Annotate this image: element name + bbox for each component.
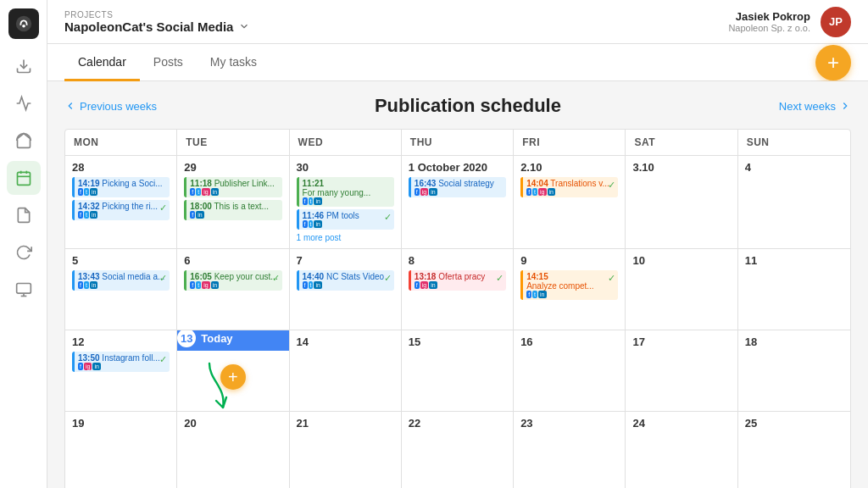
ig-icon: ig bbox=[420, 281, 428, 289]
day-header-sat: SAT bbox=[626, 130, 737, 155]
cell-8[interactable]: 8 13:18 Oferta pracy f ig in ✓ bbox=[402, 249, 514, 330]
post-item[interactable]: 14:40 NC Stats Video f t in ✓ bbox=[297, 270, 394, 291]
cell-1oct[interactable]: 1 October 2020 16:43 Social strategy f i… bbox=[402, 156, 514, 248]
svg-point-1 bbox=[22, 25, 25, 28]
fb-icon: f bbox=[526, 291, 531, 298]
cell-14[interactable]: 14 bbox=[290, 330, 402, 411]
calendar-grid: MON TUE WED THU FRI SAT SUN 28 14:19 Pic… bbox=[64, 129, 851, 488]
day-header-wed: WED bbox=[290, 130, 402, 155]
tw-icon: t bbox=[309, 220, 314, 228]
project-name-text: NapoleonCat's Social Media bbox=[64, 19, 233, 34]
post-item[interactable]: 13:43 Social media a... f t in ✓ bbox=[72, 270, 170, 291]
cell-6[interactable]: 6 16:05 Keep your cust... f t ig in ✓ bbox=[177, 249, 289, 330]
day-header-fri: FRI bbox=[514, 130, 626, 155]
cell-9[interactable]: 9 14:15 Analyze compet... f t in ✓ bbox=[514, 249, 626, 330]
project-name-dropdown[interactable]: NapoleonCat's Social Media bbox=[64, 19, 250, 34]
cell-2oct[interactable]: 2.10 14:04 Translations v... f t ig in ✓ bbox=[514, 156, 626, 248]
fb-icon: f bbox=[303, 197, 308, 205]
cell-16[interactable]: 16 bbox=[514, 330, 626, 411]
cell-24[interactable]: 24 bbox=[626, 412, 737, 488]
sidebar-item-monitor[interactable] bbox=[7, 273, 41, 307]
cell-3oct[interactable]: 3.10 bbox=[626, 156, 737, 248]
cell-10[interactable]: 10 bbox=[626, 249, 737, 330]
sidebar-item-analytics[interactable] bbox=[7, 86, 41, 120]
cell-4[interactable]: 4 bbox=[738, 156, 850, 248]
cell-7[interactable]: 7 14:40 NC Stats Video f t in ✓ bbox=[290, 249, 402, 330]
cell-18[interactable]: 18 bbox=[738, 330, 850, 411]
cell-25[interactable]: 25 bbox=[738, 412, 850, 488]
fb-icon: f bbox=[415, 281, 420, 289]
fb-icon: f bbox=[415, 188, 420, 196]
calendar-row-3: 12 13:50 Instagram foll... f ig in ✓ bbox=[65, 330, 850, 412]
post-item[interactable]: 14:19 Picking a Soci... f t in bbox=[72, 177, 170, 197]
check-mark: ✓ bbox=[159, 202, 167, 214]
sidebar-item-download[interactable] bbox=[7, 49, 41, 83]
check-mark: ✓ bbox=[384, 273, 392, 284]
li-icon: in bbox=[90, 188, 97, 196]
post-item[interactable]: 13:50 Instagram foll... f ig in ✓ bbox=[72, 352, 170, 372]
header: PROJECTS NapoleonCat's Social Media Jasi… bbox=[47, 0, 868, 44]
post-item[interactable]: 11:18 Publisher Link... f t ig in bbox=[184, 177, 281, 197]
date-11: 11 bbox=[745, 254, 843, 267]
cell-19[interactable]: 19 bbox=[65, 412, 177, 488]
tabs-left: Calendar Posts My tasks bbox=[64, 45, 270, 80]
cell-11[interactable]: 11 bbox=[738, 249, 850, 330]
cell-30[interactable]: 30 11:21 For many young... f t in bbox=[290, 156, 402, 248]
app-logo[interactable] bbox=[8, 8, 39, 39]
avatar[interactable]: JP bbox=[821, 7, 851, 37]
date-10: 10 bbox=[632, 254, 730, 267]
cell-20[interactable]: 20 bbox=[177, 412, 289, 488]
tab-posts[interactable]: Posts bbox=[140, 45, 197, 81]
post-item[interactable]: 16:43 Social strategy f ig in bbox=[409, 177, 506, 197]
sidebar bbox=[0, 0, 47, 488]
date-28: 28 bbox=[72, 161, 170, 174]
post-item[interactable]: 11:21 For many young... f t in bbox=[297, 177, 394, 207]
ig-icon: ig bbox=[420, 188, 428, 196]
cell-28[interactable]: 28 14:19 Picking a Soci... f t in bbox=[65, 156, 177, 248]
sidebar-item-refresh[interactable] bbox=[7, 236, 41, 269]
date-12: 12 bbox=[72, 336, 170, 348]
fb-icon: f bbox=[190, 281, 195, 289]
sidebar-item-calendar[interactable] bbox=[7, 161, 41, 195]
svg-rect-7 bbox=[16, 284, 31, 294]
cell-21[interactable]: 21 bbox=[290, 412, 402, 488]
cell-13-today[interactable]: 13 Today + bbox=[177, 330, 289, 411]
calendar-header-row: MON TUE WED THU FRI SAT SUN bbox=[65, 130, 850, 156]
date-21: 21 bbox=[297, 417, 394, 430]
post-item[interactable]: 18:00 This is a text... f in bbox=[184, 200, 281, 220]
date-15: 15 bbox=[409, 336, 506, 348]
tab-calendar[interactable]: Calendar bbox=[64, 45, 140, 81]
add-button[interactable]: + bbox=[815, 45, 851, 80]
cell-22[interactable]: 22 bbox=[402, 412, 514, 488]
calendar-row-1: 28 14:19 Picking a Soci... f t in bbox=[65, 156, 850, 249]
post-item[interactable]: 14:04 Translations v... f t ig in ✓ bbox=[520, 177, 618, 197]
fb-icon: f bbox=[78, 363, 83, 370]
tw-icon: t bbox=[84, 211, 89, 219]
tab-my-tasks[interactable]: My tasks bbox=[197, 45, 270, 81]
sidebar-item-document[interactable] bbox=[7, 198, 41, 232]
post-item[interactable]: 14:32 Picking the ri... f t in ✓ bbox=[72, 200, 170, 220]
cell-12[interactable]: 12 13:50 Instagram foll... f ig in ✓ bbox=[65, 330, 177, 411]
date-23: 23 bbox=[520, 417, 618, 430]
post-item[interactable]: 16:05 Keep your cust... f t ig in ✓ bbox=[184, 270, 281, 291]
cell-23[interactable]: 23 bbox=[514, 412, 626, 488]
cell-15[interactable]: 15 bbox=[402, 330, 514, 411]
date-6: 6 bbox=[184, 254, 281, 267]
sidebar-item-megaphone[interactable] bbox=[7, 124, 41, 158]
date-1oct: 1 October 2020 bbox=[409, 161, 506, 174]
post-item[interactable]: 14:15 Analyze compet... f t in ✓ bbox=[520, 270, 618, 300]
next-weeks-button[interactable]: Next weeks bbox=[779, 100, 851, 113]
tw-icon: t bbox=[532, 188, 537, 196]
date-17: 17 bbox=[632, 336, 730, 348]
cell-29[interactable]: 29 11:18 Publisher Link... f t ig in bbox=[177, 156, 289, 248]
prev-weeks-button[interactable]: Previous weeks bbox=[64, 100, 157, 113]
projects-label: PROJECTS bbox=[64, 10, 250, 19]
cell-5[interactable]: 5 13:43 Social media a... f t in ✓ bbox=[65, 249, 177, 330]
date-8: 8 bbox=[409, 254, 506, 267]
cell-17[interactable]: 17 bbox=[626, 330, 737, 411]
post-item[interactable]: 11:46 PM tools f t in ✓ bbox=[297, 209, 394, 230]
post-item[interactable]: 13:18 Oferta pracy f ig in ✓ bbox=[409, 270, 506, 291]
more-posts-link[interactable]: 1 more post bbox=[297, 232, 394, 243]
add-post-button[interactable]: + bbox=[220, 364, 246, 390]
li-icon: in bbox=[211, 188, 219, 196]
